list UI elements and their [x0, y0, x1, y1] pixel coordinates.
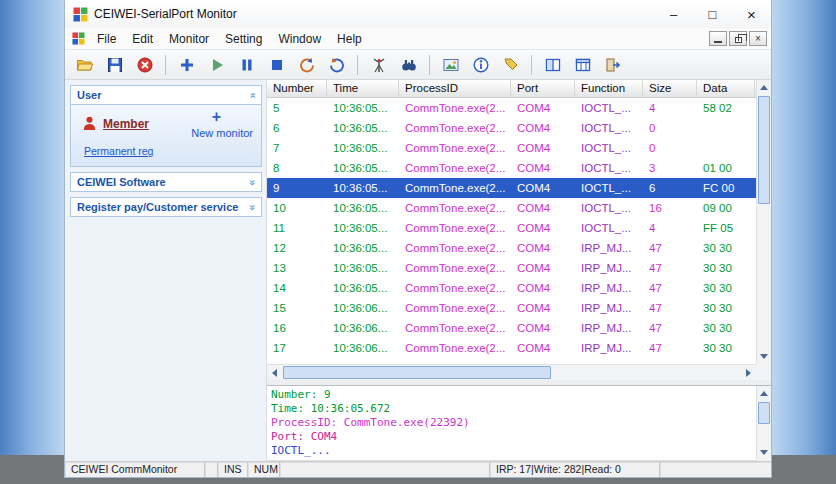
column-header-port[interactable]: Port	[511, 80, 575, 97]
cell-time: 10:36:06...	[327, 302, 399, 314]
column-header-time[interactable]: Time	[327, 80, 399, 97]
permanent-reg-link[interactable]: Permanent reg	[84, 145, 153, 157]
cell-size: 47	[643, 302, 697, 314]
cell-function: IRP_MJ...	[575, 242, 643, 254]
start-monitor-button[interactable]	[203, 52, 230, 77]
table-vertical-scrollbar[interactable]	[756, 80, 771, 364]
split-view-button[interactable]	[539, 52, 566, 77]
detail-line: Number: 9	[271, 388, 752, 402]
monitor-grid: NumberTimeProcessIDPortFunctionSizeData …	[267, 80, 771, 380]
sidebar-section-user[interactable]: User »	[70, 85, 262, 105]
cell-number: 7	[267, 142, 327, 154]
stop-capture-button[interactable]	[263, 52, 290, 77]
find-button[interactable]	[395, 52, 422, 77]
menu-monitor[interactable]: Monitor	[161, 30, 217, 48]
status-spacer	[280, 462, 490, 477]
scrollbar-thumb[interactable]	[283, 366, 551, 379]
menu-help[interactable]: Help	[329, 30, 370, 48]
cell-function: IOCTL_...	[575, 122, 643, 134]
sidebar-section-label: Register pay/Customer service	[77, 201, 238, 213]
detail-horizontal-scrollbar[interactable]	[267, 460, 756, 461]
table-row[interactable]: 1310:36:05...CommTone.exe(2...COM4IRP_MJ…	[267, 258, 756, 278]
chevron-down-icon[interactable]: »	[246, 204, 257, 210]
column-header-function[interactable]: Function	[575, 80, 643, 97]
member-link[interactable]: Member	[103, 117, 149, 131]
column-header-processid[interactable]: ProcessID	[399, 80, 511, 97]
redo-arrow-icon	[328, 56, 346, 74]
toolbar-separator	[357, 55, 358, 75]
stop-monitor-button[interactable]	[131, 52, 158, 77]
new-monitor-plus-icon[interactable]: +	[212, 108, 221, 126]
mdi-close-button[interactable]: ×	[749, 31, 767, 46]
chevron-up-icon[interactable]: »	[246, 92, 257, 98]
table-row[interactable]: 910:36:05...CommTone.exe(2...COM4IOCTL_.…	[267, 178, 756, 198]
menu-setting[interactable]: Setting	[217, 30, 270, 48]
table-row[interactable]: 810:36:05...CommTone.exe(2...COM4IOCTL_.…	[267, 158, 756, 178]
undo-button[interactable]	[293, 52, 320, 77]
detail-line: ProcessID: CommTone.exe(22392)	[271, 416, 752, 430]
table-row[interactable]: 1010:36:05...CommTone.exe(2...COM4IOCTL_…	[267, 198, 756, 218]
scrollbar-thumb[interactable]	[758, 402, 770, 424]
table-row[interactable]: 710:36:05...CommTone.exe(2...COM4IOCTL_.…	[267, 138, 756, 158]
redo-button[interactable]	[323, 52, 350, 77]
sidebar-section-label: CEIWEI Software	[77, 176, 166, 188]
title-bar[interactable]: CEIWEI-SerialPort Monitor – □ ×	[65, 0, 771, 28]
column-view-button[interactable]	[569, 52, 596, 77]
tags-button[interactable]	[497, 52, 524, 77]
sidebar-section-software[interactable]: CEIWEI Software »	[70, 172, 262, 192]
cell-number: 11	[267, 222, 327, 234]
sidebar-section-register[interactable]: Register pay/Customer service »	[70, 197, 262, 217]
scroll-down-arrow[interactable]	[757, 445, 772, 460]
close-button[interactable]: ×	[732, 0, 771, 28]
info-button[interactable]	[467, 52, 494, 77]
detail-vertical-scrollbar[interactable]	[756, 386, 771, 460]
pause-monitor-button[interactable]	[233, 52, 260, 77]
table-row[interactable]: 1210:36:05...CommTone.exe(2...COM4IRP_MJ…	[267, 238, 756, 258]
cell-data: 30 30	[697, 322, 755, 334]
new-monitor-link[interactable]: New monitor	[191, 127, 253, 139]
scrollbar-thumb[interactable]	[758, 96, 770, 204]
table-row[interactable]: 1510:36:06...CommTone.exe(2...COM4IRP_MJ…	[267, 298, 756, 318]
menu-file[interactable]: File	[89, 30, 124, 48]
cell-function: IRP_MJ...	[575, 302, 643, 314]
mdi-minimize-icon	[714, 41, 722, 43]
snapshot-button[interactable]	[437, 52, 464, 77]
scroll-left-arrow[interactable]	[267, 365, 282, 380]
chevron-down-icon[interactable]: »	[246, 179, 257, 185]
scroll-down-arrow[interactable]	[757, 349, 772, 364]
mdi-restore-button[interactable]	[729, 31, 747, 46]
exit-button[interactable]	[599, 52, 626, 77]
menu-window[interactable]: Window	[270, 30, 329, 48]
table-row[interactable]: 610:36:05...CommTone.exe(2...COM4IOCTL_.…	[267, 118, 756, 138]
open-file-button[interactable]	[71, 52, 98, 77]
cell-number: 16	[267, 322, 327, 334]
column-header-size[interactable]: Size	[643, 80, 697, 97]
toolbar	[65, 50, 771, 80]
minimize-button[interactable]: –	[654, 0, 693, 28]
table-horizontal-scrollbar[interactable]	[267, 364, 756, 380]
table-row[interactable]: 1710:36:06...CommTone.exe(2...COM4IRP_MJ…	[267, 338, 756, 358]
menu-edit[interactable]: Edit	[124, 30, 161, 48]
table-row[interactable]: 510:36:05...CommTone.exe(2...COM4IOCTL_.…	[267, 98, 756, 118]
window-title: CEIWEI-SerialPort Monitor	[94, 7, 237, 21]
table-row[interactable]: 1610:36:06...CommTone.exe(2...COM4IRP_MJ…	[267, 318, 756, 338]
cell-processid: CommTone.exe(2...	[399, 202, 511, 214]
add-monitor-button[interactable]	[173, 52, 200, 77]
antenna-button[interactable]	[365, 52, 392, 77]
scroll-up-arrow[interactable]	[757, 386, 772, 401]
cell-time: 10:36:05...	[327, 242, 399, 254]
mdi-minimize-button[interactable]	[709, 31, 727, 46]
cell-time: 10:36:05...	[327, 222, 399, 234]
cell-size: 47	[643, 262, 697, 274]
scroll-right-arrow[interactable]	[741, 365, 756, 380]
scroll-up-arrow[interactable]	[757, 80, 772, 95]
table-row[interactable]: 1410:36:05...CommTone.exe(2...COM4IRP_MJ…	[267, 278, 756, 298]
column-header-data[interactable]: Data	[697, 80, 755, 97]
save-button[interactable]	[101, 52, 128, 77]
cell-size: 47	[643, 322, 697, 334]
maximize-button[interactable]: □	[693, 0, 732, 28]
table-row[interactable]: 1110:36:05...CommTone.exe(2...COM4IOCTL_…	[267, 218, 756, 238]
member-panel: Member + New monitor Permanent reg	[70, 105, 262, 167]
detail-lines: Number: 9Time: 10:36:05.672ProcessID: Co…	[267, 386, 756, 460]
column-header-number[interactable]: Number	[267, 80, 327, 97]
